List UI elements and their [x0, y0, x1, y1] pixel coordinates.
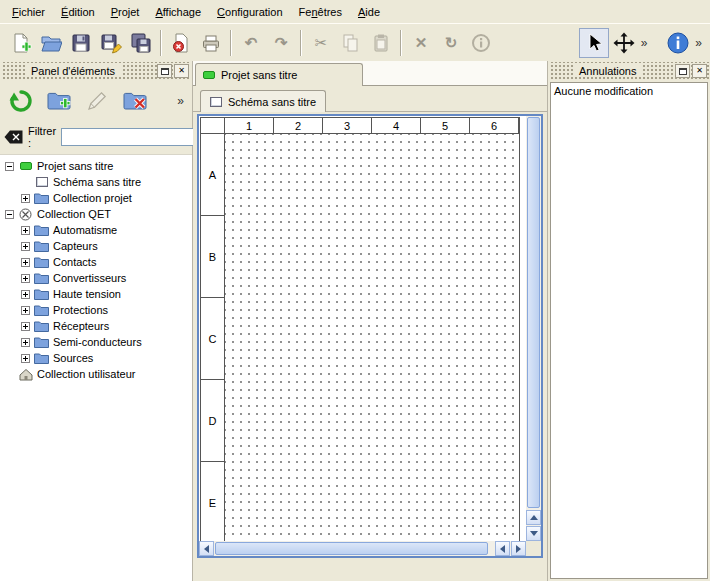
element-info-button[interactable] — [466, 28, 496, 58]
expand-expander-icon[interactable] — [21, 274, 30, 283]
tree-item-protections[interactable]: Protections — [0, 302, 192, 318]
backspace-icon — [4, 130, 23, 144]
info-icon — [470, 32, 492, 54]
tree-item-sources[interactable]: Sources — [0, 350, 192, 366]
reload-collections-button[interactable] — [6, 86, 36, 116]
undo-button[interactable]: ↶ — [236, 28, 266, 58]
tree-item-collection-utilisateur[interactable]: Collection utilisateur — [0, 366, 192, 382]
expand-expander-icon[interactable] — [21, 242, 30, 251]
select-mode-button[interactable] — [579, 28, 609, 58]
tree-item-contacts[interactable]: Contacts — [0, 254, 192, 270]
menu-aide[interactable]: Aide — [350, 3, 388, 21]
horizontal-scrollbar[interactable] — [199, 541, 526, 556]
elements-tree[interactable]: Projet sans titre Schéma sans titre Coll… — [0, 154, 192, 581]
menu-fenetres[interactable]: Fenêtres — [291, 3, 350, 21]
tree-item-label: Sources — [53, 352, 93, 364]
scroll-left-button[interactable] — [199, 541, 214, 556]
scroll-left-button[interactable] — [495, 541, 510, 556]
copy-button[interactable] — [336, 28, 366, 58]
expand-expander-icon[interactable] — [21, 226, 30, 235]
panel-toolbar-overflow-icon[interactable]: » — [175, 94, 186, 108]
tree-item-semi-conducteurs[interactable]: Semi-conducteurs — [0, 334, 192, 350]
tree-item-project[interactable]: Projet sans titre — [0, 158, 192, 174]
expand-expander-icon[interactable] — [21, 306, 30, 315]
clear-filter-button[interactable] — [4, 128, 23, 146]
about-button[interactable] — [663, 28, 693, 58]
expand-expander-icon[interactable] — [21, 354, 30, 363]
toolbar-overflow-icon[interactable]: » — [693, 36, 704, 50]
arrow-left-icon — [496, 545, 505, 553]
vertical-scrollbar-thumb[interactable] — [527, 117, 540, 508]
undo-icon: ↶ — [245, 35, 258, 50]
mode-toolbar: » — [579, 28, 650, 58]
paste-icon — [370, 32, 392, 54]
project-window: Schéma sans titre 1 2 3 4 5 6 — [193, 86, 547, 581]
collapse-expander-icon[interactable] — [5, 162, 14, 171]
expand-expander-icon[interactable] — [21, 194, 30, 203]
print-button[interactable] — [196, 28, 226, 58]
save-all-button[interactable] — [126, 28, 156, 58]
qet-collection-icon — [19, 208, 32, 221]
save-as-button[interactable] — [96, 28, 126, 58]
expand-expander-icon[interactable] — [21, 258, 30, 267]
horizontal-scrollbar-thumb[interactable] — [215, 542, 488, 555]
tree-item-label: Protections — [53, 304, 108, 316]
column-header: 4 — [372, 118, 421, 133]
menu-fichier[interactable]: Fichier — [4, 3, 53, 21]
redo-button[interactable]: ↷ — [266, 28, 296, 58]
undo-panel-titlebar[interactable]: Annulations ✕ — [549, 62, 709, 80]
collapse-expander-icon[interactable] — [5, 210, 14, 219]
menu-projet[interactable]: Projet — [103, 3, 148, 21]
folder-icon — [34, 352, 49, 364]
close-panel-button[interactable]: ✕ — [174, 64, 189, 78]
arrow-left-icon — [200, 545, 209, 553]
expand-expander-icon[interactable] — [21, 338, 30, 347]
main-toolbar: ↶ ↷ ✂ ✕ ↻ — [0, 23, 710, 61]
move-mode-button[interactable] — [609, 28, 639, 58]
toolbar-overflow-icon[interactable]: » — [639, 36, 650, 50]
tree-item-collection-qet[interactable]: Collection QET — [0, 206, 192, 222]
schema-canvas[interactable]: 1 2 3 4 5 6 A B C D — [199, 116, 526, 541]
delete-button[interactable]: ✕ — [406, 28, 436, 58]
float-panel-button[interactable] — [675, 64, 690, 78]
expand-expander-icon[interactable] — [21, 290, 30, 299]
tree-item-convertisseurs[interactable]: Convertisseurs — [0, 270, 192, 286]
delete-element-button[interactable] — [120, 86, 150, 116]
tree-item-collection-projet[interactable]: Collection projet — [0, 190, 192, 206]
edit-element-button[interactable] — [82, 86, 112, 116]
save-button[interactable] — [66, 28, 96, 58]
tree-item-recepteurs[interactable]: Récepteurs — [0, 318, 192, 334]
scroll-down-button[interactable] — [526, 526, 541, 541]
elements-panel-titlebar[interactable]: Panel d'éléments ✕ — [1, 62, 191, 80]
tab-schema-sans-titre[interactable]: Schéma sans titre — [200, 90, 326, 112]
vertical-scrollbar[interactable] — [526, 116, 541, 541]
close-panel-button[interactable]: ✕ — [692, 64, 707, 78]
project-tabbar: Projet sans titre — [193, 61, 547, 86]
expand-expander-icon[interactable] — [21, 322, 30, 331]
menu-edition[interactable]: Édition — [53, 3, 103, 21]
paste-button[interactable] — [366, 28, 396, 58]
tab-projet-sans-titre[interactable]: Projet sans titre — [195, 63, 363, 86]
filter-input[interactable] — [61, 128, 211, 146]
tree-item-schema[interactable]: Schéma sans titre — [0, 174, 192, 190]
save-icon — [70, 32, 92, 54]
dotted-grid[interactable] — [225, 134, 519, 541]
home-icon — [19, 368, 33, 381]
tree-item-haute-tension[interactable]: Haute tension — [0, 286, 192, 302]
tree-item-automatisme[interactable]: Automatisme — [0, 222, 192, 238]
new-project-button[interactable] — [6, 28, 36, 58]
menu-configuration[interactable]: Configuration — [209, 3, 290, 21]
tree-item-label: Collection projet — [53, 192, 132, 204]
scroll-up-button[interactable] — [526, 510, 541, 525]
rotate-button[interactable]: ↻ — [436, 28, 466, 58]
new-element-button[interactable] — [44, 86, 74, 116]
close-file-button[interactable] — [166, 28, 196, 58]
undo-history-list[interactable]: Aucune modification — [550, 82, 708, 579]
scroll-right-button[interactable] — [511, 541, 526, 556]
column-header: 5 — [421, 118, 470, 133]
float-panel-button[interactable] — [157, 64, 172, 78]
open-project-button[interactable] — [36, 28, 66, 58]
menu-affichage[interactable]: Affichage — [147, 3, 209, 21]
tree-item-capteurs[interactable]: Capteurs — [0, 238, 192, 254]
cut-button[interactable]: ✂ — [306, 28, 336, 58]
